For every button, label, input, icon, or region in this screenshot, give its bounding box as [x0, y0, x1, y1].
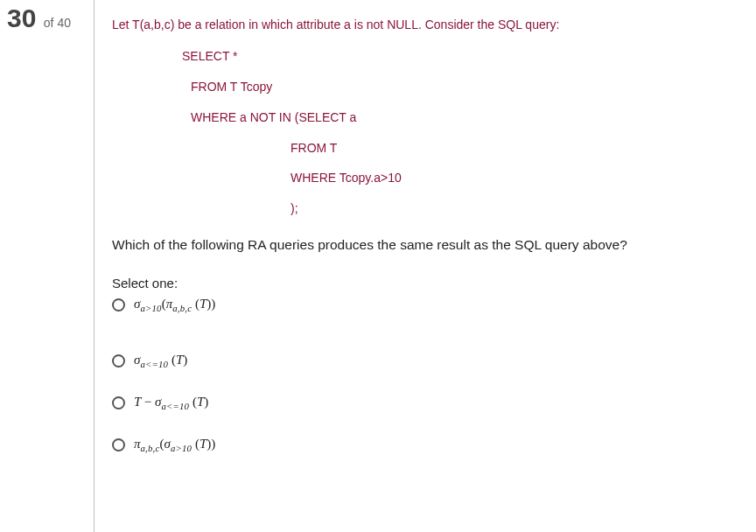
progress-sidebar: 30 of 40: [0, 0, 94, 532]
option-2[interactable]: σa<=10 (T): [112, 352, 746, 369]
option-1-label: σa>10(πa,b,c (T)): [134, 296, 215, 313]
sql-line: SELECT *: [112, 49, 746, 64]
radio-icon[interactable]: [112, 298, 125, 312]
option-3-label: T − σa<=10 (T): [134, 394, 208, 411]
total-questions: of 40: [44, 16, 71, 30]
question-body: Let T(a,b,c) be a relation in which attr…: [94, 0, 756, 532]
option-4[interactable]: πa,b,c(σa>10 (T)): [112, 436, 746, 453]
radio-icon[interactable]: [112, 438, 125, 452]
options-group: σa>10(πa,b,c (T)) σa<=10 (T) T − σa<=10 …: [112, 296, 746, 453]
radio-icon[interactable]: [112, 396, 125, 410]
option-4-label: πa,b,c(σa>10 (T)): [134, 436, 215, 453]
sql-line: FROM T: [112, 141, 746, 156]
option-1[interactable]: σa>10(πa,b,c (T)): [112, 296, 746, 313]
sql-line: FROM T Tcopy: [112, 80, 746, 94]
question-page: 30 of 40 Let T(a,b,c) be a relation in w…: [0, 0, 756, 532]
current-question-number: 30: [7, 4, 36, 32]
sql-line: WHERE a NOT IN (SELECT a: [112, 110, 746, 125]
select-one-label: Select one:: [112, 276, 746, 290]
option-3[interactable]: T − σa<=10 (T): [112, 394, 746, 411]
sql-line: WHERE Tcopy.a>10: [112, 171, 746, 186]
question-prompt: Let T(a,b,c) be a relation in which attr…: [112, 16, 746, 33]
sql-query-block: SELECT * FROM T Tcopy WHERE a NOT IN (SE…: [112, 49, 746, 216]
question-followup: Which of the following RA queries produc…: [112, 237, 746, 253]
option-2-label: σa<=10 (T): [134, 352, 187, 369]
sql-line: );: [112, 201, 746, 216]
radio-icon[interactable]: [112, 354, 125, 368]
